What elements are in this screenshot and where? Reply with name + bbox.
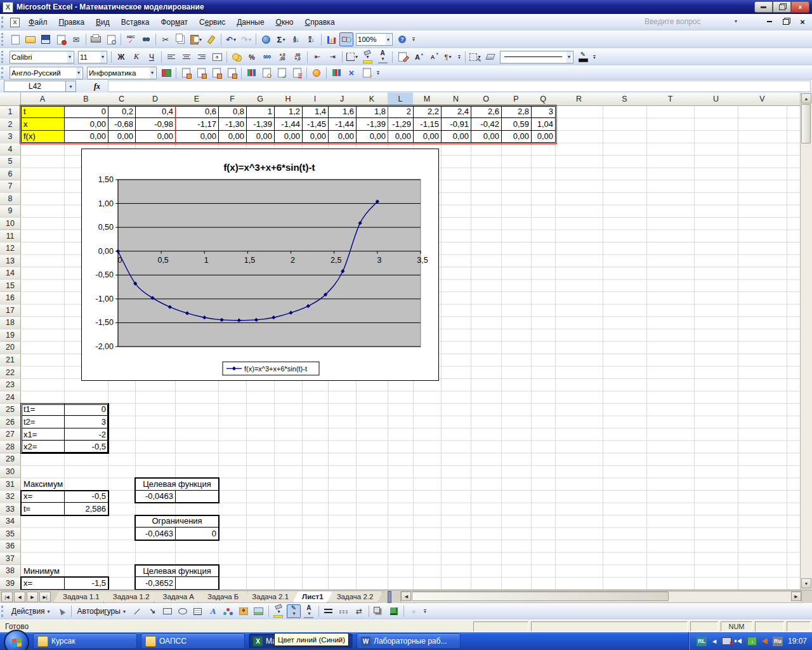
- fill-color-icon[interactable]: ▾: [360, 50, 374, 64]
- cell-A25[interactable]: t1=: [22, 404, 65, 416]
- cell-D1[interactable]: 0,4: [136, 106, 176, 119]
- scroll-right-icon[interactable]: ▶: [791, 592, 801, 601]
- column-header-S[interactable]: S: [603, 93, 647, 106]
- cell-E35[interactable]: 0: [176, 527, 219, 540]
- align-center-icon[interactable]: [180, 50, 193, 64]
- scroll-left-icon[interactable]: ◀: [401, 592, 411, 601]
- column-header-P[interactable]: P: [501, 93, 532, 106]
- bold-icon[interactable]: Ж: [114, 50, 128, 64]
- line-color-icon[interactable]: ▾: [287, 604, 301, 618]
- print-preview-icon[interactable]: [104, 32, 118, 46]
- cell-D39[interactable]: -0,3652: [136, 577, 176, 590]
- menu-окно[interactable]: Окно: [270, 16, 299, 29]
- autoshapes-menu[interactable]: Автофигуры▾: [74, 606, 129, 617]
- loudspeaker-icon[interactable]: [760, 637, 770, 646]
- cell-A3[interactable]: f(x): [22, 131, 65, 143]
- menu-формат[interactable]: Формат: [155, 16, 193, 29]
- column-header-K[interactable]: K: [356, 93, 388, 106]
- hscroll-thumb[interactable]: [412, 592, 669, 601]
- currency-icon[interactable]: [230, 50, 244, 64]
- cell-Q3[interactable]: 0,00: [532, 131, 556, 143]
- cell-P1[interactable]: 2,8: [502, 106, 532, 119]
- sheet-tab-задача-б[interactable]: Задача Б: [198, 592, 248, 603]
- new-document-icon[interactable]: [8, 32, 22, 46]
- doc-help-icon[interactable]: [360, 66, 374, 80]
- font-color-icon[interactable]: ▾: [376, 50, 390, 64]
- borders-icon[interactable]: ▾: [345, 50, 359, 64]
- scroll-up-icon[interactable]: ▲: [801, 93, 811, 103]
- next-sheet-icon[interactable]: ▶: [27, 592, 38, 602]
- insert-function-icon[interactable]: fx: [94, 82, 100, 91]
- cell-I2[interactable]: -1,45: [303, 118, 329, 131]
- font-color2-icon[interactable]: ▾: [302, 604, 316, 618]
- cell-G3[interactable]: 0,00: [247, 131, 275, 143]
- network-offline-icon[interactable]: [722, 637, 732, 646]
- name-box[interactable]: L42: [4, 81, 66, 92]
- column-header-F[interactable]: F: [218, 93, 247, 106]
- cell-A27[interactable]: x1=: [22, 428, 65, 441]
- open-folder-icon[interactable]: [23, 32, 37, 46]
- text-direction-icon[interactable]: ▾: [441, 50, 455, 64]
- cell-B3[interactable]: 0,00: [65, 131, 108, 143]
- cell-M3[interactable]: 0,00: [414, 131, 442, 143]
- column-header-H[interactable]: H: [274, 93, 303, 106]
- sheet-tab-задача-1.2[interactable]: Задача 1.2: [103, 592, 159, 603]
- line-style-combo[interactable]: ▾: [500, 51, 573, 63]
- toolbar-options-icon[interactable]: ▾: [374, 67, 382, 79]
- font-size-combo[interactable]: 11▾: [78, 51, 107, 63]
- cell-B39[interactable]: -1,5: [65, 577, 108, 590]
- arrow-icon[interactable]: [145, 604, 159, 618]
- cell-B1[interactable]: 0: [65, 106, 108, 119]
- snap-icon[interactable]: [407, 604, 421, 618]
- italic-icon[interactable]: К: [129, 50, 143, 64]
- line-color-pencil-icon[interactable]: [576, 50, 590, 64]
- shadow-icon[interactable]: [372, 604, 386, 618]
- cell-K1[interactable]: 1,8: [357, 106, 388, 119]
- chart-wizard-icon[interactable]: [324, 32, 338, 46]
- list-doc-icon[interactable]: [290, 66, 304, 80]
- redo-icon[interactable]: ▾: [239, 32, 253, 46]
- cell-J1[interactable]: 1,6: [329, 106, 357, 119]
- doc-settings-3-icon[interactable]: [209, 66, 223, 80]
- cell-F3[interactable]: 0,00: [219, 131, 247, 143]
- cell-F2[interactable]: -1,30: [219, 118, 247, 131]
- doc-settings-4-icon[interactable]: [225, 66, 239, 80]
- drawing-icon[interactable]: [339, 32, 353, 46]
- cell-G2[interactable]: -1,39: [247, 118, 275, 131]
- cell-I3[interactable]: 0,00: [303, 131, 329, 143]
- menu-сервис[interactable]: Сервис: [193, 16, 231, 29]
- cut-icon[interactable]: [159, 32, 173, 46]
- cell-H1[interactable]: 1,2: [275, 106, 303, 119]
- column-header-R[interactable]: R: [555, 93, 603, 106]
- cell-J3[interactable]: 0,00: [329, 131, 357, 143]
- cell-E2[interactable]: -1,17: [176, 118, 219, 131]
- cell-D35[interactable]: -0,0463: [136, 527, 176, 540]
- cell-A32[interactable]: x=: [22, 491, 65, 503]
- column-header-T[interactable]: T: [646, 93, 695, 106]
- menu-файл[interactable]: Файл: [23, 16, 53, 29]
- cell-L3[interactable]: 0,00: [388, 131, 414, 143]
- column-header-D[interactable]: D: [135, 93, 176, 106]
- erase-border-icon[interactable]: [483, 50, 497, 64]
- books-icon[interactable]: [244, 66, 258, 80]
- diagram-icon[interactable]: [221, 604, 235, 618]
- close-button[interactable]: ×: [791, 1, 809, 13]
- shrink-font-icon[interactable]: [426, 50, 440, 64]
- column-header-Q[interactable]: Q: [531, 93, 556, 106]
- column-header-A[interactable]: A: [21, 93, 65, 106]
- scroll-down-icon[interactable]: ▼: [801, 578, 811, 588]
- sort-ascending-icon[interactable]: АЯ↓: [289, 32, 303, 46]
- decrease-indent-icon[interactable]: [310, 50, 324, 64]
- worksheet-grid[interactable]: ABCDEFGHIJKLMNOPQRSTUV123456789101112131…: [0, 93, 801, 590]
- workbook-restore-button[interactable]: [782, 18, 790, 25]
- increase-decimal-icon[interactable]: +,0 ,00: [275, 50, 289, 64]
- cell-B25[interactable]: 0: [65, 404, 108, 416]
- taskbar-button-курсак[interactable]: Курсак: [33, 633, 137, 649]
- decrease-decimal-icon[interactable]: ,00 +,0: [291, 50, 304, 64]
- cell-A1[interactable]: t: [22, 106, 65, 119]
- column-header-U[interactable]: U: [694, 93, 738, 106]
- start-button[interactable]: [4, 630, 29, 650]
- menu-данные[interactable]: Данные: [231, 16, 270, 29]
- save-icon[interactable]: [39, 32, 53, 46]
- cell-G1[interactable]: 1: [247, 106, 275, 119]
